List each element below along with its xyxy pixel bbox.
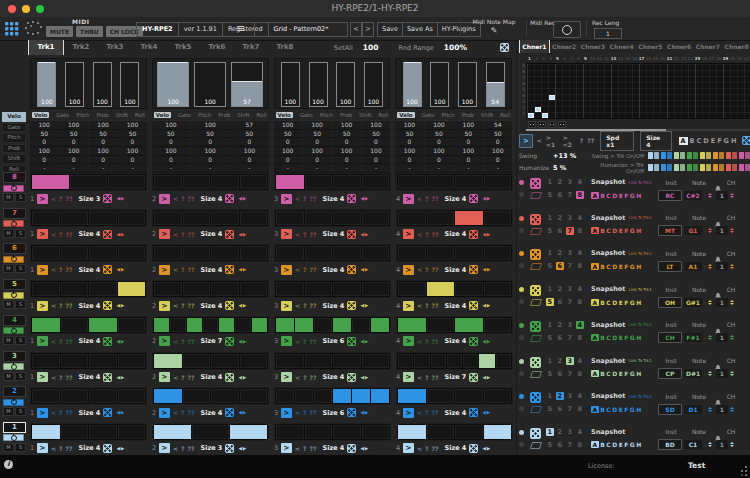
track-number-badge[interactable]: 4	[3, 315, 26, 326]
snapshot-slot-b[interactable]: B	[600, 441, 605, 448]
ch-spinner[interactable]	[730, 228, 734, 233]
slot-6[interactable]: 6	[556, 191, 564, 199]
param-value-cell[interactable]: -	[30, 164, 58, 172]
random-play-button[interactable]: ?	[425, 266, 428, 273]
trk-onoff-toggle[interactable]	[654, 152, 659, 159]
panel-size-label[interactable]: Size 4	[78, 266, 100, 274]
step-cell[interactable]	[427, 318, 455, 332]
random-play-button[interactable]: ?	[181, 445, 184, 452]
randomize-dice-icon[interactable]	[530, 214, 541, 225]
step-cell[interactable]	[314, 318, 332, 332]
slot-4[interactable]: 4	[576, 392, 584, 400]
snapshot-slot-c[interactable]: C	[606, 227, 610, 234]
slot-1[interactable]: 1	[546, 428, 554, 436]
param-value-cell[interactable]: 0	[395, 138, 423, 146]
play-backward-button[interactable]: <	[417, 409, 422, 416]
random2-play-button[interactable]: ??	[432, 409, 439, 416]
randomize-dice-icon[interactable]	[530, 357, 541, 368]
pager-right-icon[interactable]: ▶	[365, 232, 369, 237]
random2-play-button[interactable]: ??	[310, 409, 317, 416]
step-cell[interactable]	[276, 354, 304, 368]
step-fader[interactable]: 100	[37, 62, 56, 107]
step-cell-active[interactable]	[276, 318, 294, 332]
trk-onoff-toggle[interactable]	[687, 164, 692, 171]
step-cell[interactable]	[89, 246, 117, 260]
step-cell[interactable]	[414, 354, 429, 368]
step-cell[interactable]	[427, 175, 455, 189]
note-minus-button[interactable]: -	[704, 192, 706, 198]
play-forward-button[interactable]: >	[281, 229, 292, 239]
snapshot-slot-a[interactable]: A	[591, 227, 599, 234]
random2-play-button[interactable]: ??	[66, 231, 73, 238]
midi-record-button[interactable]	[553, 21, 581, 38]
param-value-cell[interactable]: 100	[274, 147, 302, 155]
step-cell[interactable]	[276, 389, 294, 403]
param-tab-gate[interactable]: Gate	[178, 112, 191, 118]
set-all-value[interactable]: 100	[363, 43, 379, 52]
slot-8[interactable]: 8	[576, 405, 584, 413]
param-value-cell[interactable]: 50	[453, 130, 482, 138]
pattern-slot-g[interactable]: G	[724, 137, 729, 145]
param-value-cell[interactable]: 50	[424, 130, 453, 138]
param-value-cell[interactable]: 0	[424, 156, 453, 164]
step-cell[interactable]	[183, 389, 211, 403]
slot-5[interactable]: 5	[546, 262, 554, 270]
play-backward-button[interactable]: <	[295, 266, 300, 273]
param-tab-gate[interactable]: Gate	[421, 112, 434, 118]
snapshot-slot-g[interactable]: G	[630, 227, 635, 234]
pager-right-icon[interactable]: ▶	[121, 375, 125, 380]
step-cell[interactable]	[61, 282, 89, 296]
note-value[interactable]: C1	[684, 440, 702, 449]
param-value-cell[interactable]: 50	[361, 130, 390, 138]
panel-size-label[interactable]: Size 4	[444, 195, 466, 203]
tab-chner5[interactable]: Chner5	[636, 40, 665, 53]
playmode-button[interactable]: >	[519, 134, 533, 148]
param-value-cell[interactable]: -	[331, 164, 360, 172]
param-value-cell[interactable]: 100	[361, 147, 390, 155]
randomize-dice-icon[interactable]	[103, 408, 112, 417]
snapshot-slot-e[interactable]: E	[619, 192, 623, 199]
random2-play-button[interactable]: ??	[432, 374, 439, 381]
trk-onoff-toggle[interactable]	[706, 152, 711, 159]
play-forward-button[interactable]: >	[403, 443, 414, 453]
note-value[interactable]: D1	[684, 405, 702, 414]
play-forward-button[interactable]: >	[159, 265, 170, 275]
random2-play-button[interactable]: ??	[432, 195, 439, 202]
param-value-cell[interactable]: 0	[30, 138, 58, 146]
param-tab-velo[interactable]: Velo	[276, 112, 293, 118]
random-play-button[interactable]: ?	[181, 374, 184, 381]
randomize-dice-icon[interactable]	[225, 265, 234, 274]
note-minus-button[interactable]: -	[704, 406, 706, 412]
step-cell[interactable]	[61, 318, 89, 332]
edit-pencil-icon[interactable]: ✎	[466, 26, 522, 35]
grid-mini-button[interactable]	[558, 121, 566, 128]
step-cell[interactable]	[447, 354, 462, 368]
slot-5[interactable]: 5	[546, 370, 554, 378]
play-backward-button[interactable]: <	[51, 302, 56, 309]
randomize-dice-icon[interactable]	[347, 373, 356, 382]
slot-7[interactable]: 7	[566, 334, 574, 342]
ch-spinner[interactable]	[730, 407, 734, 412]
step-cell[interactable]	[183, 354, 211, 368]
step-cell[interactable]	[118, 425, 146, 439]
trk-onoff-toggle[interactable]	[726, 152, 731, 159]
param-value-cell[interactable]: 54	[483, 121, 512, 129]
trk-onoff-toggle[interactable]	[674, 152, 679, 159]
ch-spinner[interactable]	[730, 371, 734, 376]
note-spinner[interactable]	[708, 228, 712, 233]
snapshot-slot-d[interactable]: D	[612, 334, 617, 341]
slot-3[interactable]: 3	[566, 249, 574, 257]
step-cell[interactable]	[32, 246, 60, 260]
random-play-button[interactable]: ?	[425, 302, 428, 309]
grid-cell-active[interactable]	[549, 95, 555, 100]
pager-right-icon[interactable]: ▶	[121, 410, 125, 415]
play-forward-button[interactable]: >	[37, 194, 48, 204]
step-cell[interactable]	[314, 389, 332, 403]
inst-value[interactable]: BD	[658, 439, 682, 450]
mute-button[interactable]: M	[3, 229, 14, 238]
play-backward-button[interactable]: <	[173, 409, 178, 416]
randomize-dice-icon[interactable]	[225, 301, 234, 310]
play-backward-button[interactable]: <	[51, 445, 56, 452]
pager-right-icon[interactable]: ▶	[121, 303, 125, 308]
step-cell-active[interactable]	[427, 282, 455, 296]
